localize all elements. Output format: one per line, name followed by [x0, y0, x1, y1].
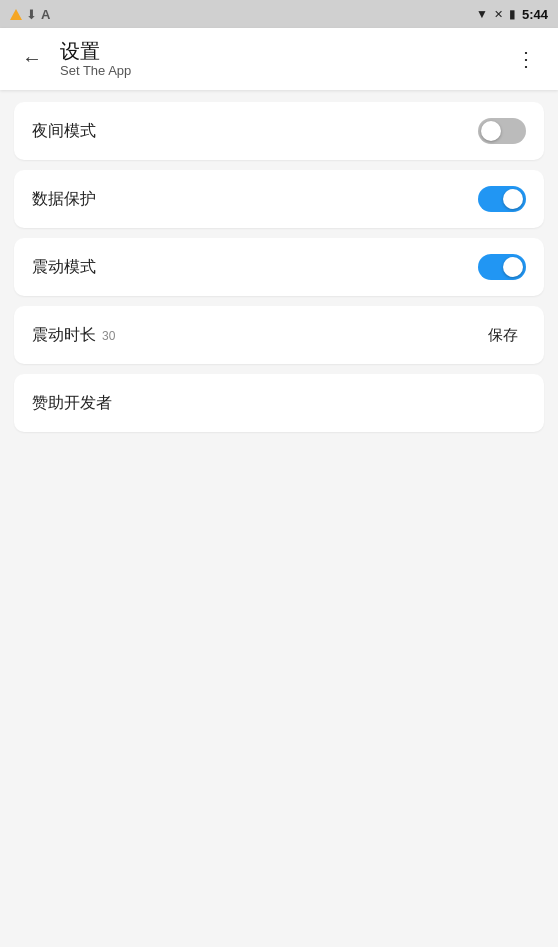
night-mode-thumb: [481, 121, 501, 141]
data-protection-row: 数据保护: [14, 170, 544, 228]
status-bar: ⬇ A ▼ ✕ ▮ 5:44: [0, 0, 558, 28]
status-time: 5:44: [522, 7, 548, 22]
warning-icon: [10, 9, 22, 20]
support-developer-row[interactable]: 赞助开发者: [14, 374, 544, 432]
app-bar-left: ← 设置 Set The App: [16, 39, 131, 80]
back-button[interactable]: ←: [16, 43, 48, 75]
data-protection-toggle[interactable]: [478, 186, 526, 212]
vibration-duration-label-group: 震动时长 30: [32, 325, 115, 346]
page-subtitle: Set The App: [60, 63, 131, 80]
vibration-mode-row: 震动模式: [14, 238, 544, 296]
night-mode-toggle[interactable]: [478, 118, 526, 144]
signal-icon: ✕: [494, 8, 503, 21]
vibration-mode-toggle[interactable]: [478, 254, 526, 280]
vibration-duration-row: 震动时长 30 保存: [14, 306, 544, 364]
night-mode-label: 夜间模式: [32, 121, 96, 142]
support-developer-label: 赞助开发者: [32, 393, 112, 414]
status-bar-left: ⬇ A: [10, 7, 50, 22]
vibration-duration-value: 30: [102, 329, 115, 343]
settings-content: 夜间模式 数据保护 震动模式 震动时长 30 保存 赞助开发者: [0, 90, 558, 444]
vibration-mode-thumb: [503, 257, 523, 277]
night-mode-row: 夜间模式: [14, 102, 544, 160]
app-bar: ← 设置 Set The App ⋮: [0, 28, 558, 90]
wifi-icon: ▼: [476, 7, 488, 21]
vibration-mode-label: 震动模式: [32, 257, 96, 278]
save-button[interactable]: 保存: [480, 322, 526, 349]
vibration-duration-label: 震动时长: [32, 325, 96, 346]
status-bar-right: ▼ ✕ ▮ 5:44: [476, 7, 548, 22]
battery-icon: ▮: [509, 7, 516, 21]
data-protection-label: 数据保护: [32, 189, 96, 210]
app-bar-titles: 设置 Set The App: [60, 39, 131, 80]
data-protection-thumb: [503, 189, 523, 209]
text-icon: A: [41, 7, 50, 22]
download-icon: ⬇: [26, 7, 37, 22]
page-title: 设置: [60, 39, 131, 63]
more-button[interactable]: ⋮: [510, 43, 542, 75]
